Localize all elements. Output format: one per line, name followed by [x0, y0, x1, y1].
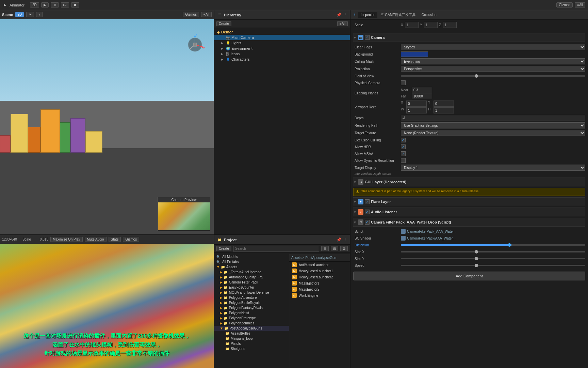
camera-component-header[interactable]: ▼ 📷 Camera — [353, 33, 585, 42]
near-input[interactable] — [412, 87, 432, 93]
background-color-swatch[interactable] — [401, 51, 428, 57]
physical-camera-checkbox[interactable] — [401, 80, 406, 85]
target-display-dropdown[interactable]: Display 1 — [401, 165, 585, 171]
project-create-btn[interactable]: Create — [216, 246, 231, 251]
scene-light-btn[interactable]: ☀ — [26, 12, 34, 17]
asset-mass1[interactable]: M MassEjector1 — [289, 280, 350, 286]
assault-rifles-folder[interactable]: 📁 AssaultRifles — [214, 331, 289, 336]
allow-msaa-checkbox[interactable] — [401, 151, 406, 156]
vp-w-input[interactable] — [406, 107, 427, 113]
camera-enabled-checkbox[interactable] — [365, 35, 370, 40]
easy-fps-folder[interactable]: ▶ 📁 EasyFpsCounter — [214, 285, 289, 290]
play-button[interactable]: ▶ — [41, 2, 49, 7]
asset-heavy2[interactable]: M HeavyLaserLauncher2 — [289, 274, 350, 280]
auto-quality-folder[interactable]: ▶ 📁 Automatic Quality FPS — [214, 275, 289, 280]
maximize-on-play-btn[interactable]: Maximize On Play — [50, 237, 83, 242]
projection-dropdown[interactable]: Perspective — [401, 66, 585, 72]
gizmos-button[interactable]: Gizmos — [556, 2, 573, 7]
audio-listener-header[interactable]: ▼ ♪ Audio Listener — [353, 208, 585, 216]
mute-audio-btn[interactable]: Mute Audio — [85, 237, 107, 242]
all-prefabs-folder[interactable]: 🔍 All Prefabs — [214, 259, 289, 264]
hierarchy-item-environment[interactable]: ▶ 🌍 Environment — [214, 46, 350, 51]
record-button[interactable]: ⏺ — [71, 2, 79, 7]
culling-mask-dropdown[interactable]: Everything — [401, 58, 585, 64]
tab-inspector[interactable]: Inspector — [358, 12, 377, 18]
far-input[interactable] — [412, 93, 432, 99]
project-search-input[interactable] — [233, 246, 319, 252]
scene-canvas[interactable]: Y X Camera Preview — [0, 19, 214, 234]
terrain-folder[interactable]: ▶ 📁 _TerrainAutoUpgrade — [214, 270, 289, 275]
folder-label: Shotguns — [231, 347, 245, 351]
distortion-slider[interactable] — [401, 244, 585, 246]
scene-all-btn[interactable]: ≡All — [201, 12, 212, 17]
add-component-button[interactable]: Add Component — [353, 272, 585, 280]
speed-slider[interactable] — [401, 265, 585, 266]
project-btn2[interactable]: ⊟ — [331, 246, 338, 251]
hierarchy-item-main-camera[interactable]: 📷 Main Camera — [214, 35, 350, 40]
vp-h-input[interactable] — [434, 107, 454, 113]
rendering-path-dropdown[interactable]: Use Graphics Settings — [401, 122, 585, 128]
post-apocalypse-folder[interactable]: ▼ 📁 PostApocalypseGuns — [214, 326, 289, 331]
occlusion-culling-checkbox[interactable] — [401, 138, 406, 142]
scale-z-input[interactable] — [443, 22, 457, 28]
asset-heavy1[interactable]: M HeavyLaserLauncher1 — [289, 268, 350, 274]
stats-btn[interactable]: Stats — [109, 237, 121, 242]
hierarchy-scene[interactable]: ◆ Demo* — [214, 29, 350, 35]
polygon-adventure-folder[interactable]: ▶ 📁 PolygonAdventure — [214, 295, 289, 300]
camera-filter-folder[interactable]: ▶ 📁 Camera Filter Pack — [214, 280, 289, 285]
size-x-slider[interactable] — [401, 251, 585, 252]
step-button[interactable]: ⏭ — [61, 2, 69, 7]
hierarchy-item-label: Lights — [231, 41, 241, 45]
scale-y-input[interactable] — [424, 22, 438, 28]
pistols-folder[interactable]: 📁 Pistols — [214, 341, 289, 346]
depth-input[interactable] — [401, 115, 585, 121]
tab-y1game[interactable]: Y1GAME游戏开发工具 — [378, 12, 418, 18]
camera-filter-header[interactable]: ▼ C Camera Filter Pack_AAA_Water Drop (S… — [353, 218, 585, 227]
hierarchy-item-characters[interactable]: ▶ 👤 Characters — [214, 57, 350, 62]
miniguns-folder[interactable]: 📁 Miniguns_loop — [214, 336, 289, 341]
script-label: Script — [353, 230, 401, 233]
allow-hdr-checkbox[interactable] — [401, 144, 406, 149]
asset-mass2[interactable]: M MassEjector2 — [289, 286, 350, 292]
gizmos-game-btn[interactable]: Gizmos — [123, 237, 139, 242]
camera-filter-checkbox[interactable] — [365, 220, 370, 225]
all-models-folder[interactable]: 🔍 All Models — [214, 254, 289, 259]
scene-audio-btn[interactable]: ♪ — [36, 12, 43, 17]
scale-x-input[interactable] — [405, 22, 419, 28]
polygon-prototype-folder[interactable]: ▶ 📁 PolygonPrototype — [214, 316, 289, 321]
clear-flags-dropdown[interactable]: Skybox — [401, 44, 585, 50]
depth-row: Depth — [353, 114, 585, 122]
pause-button[interactable]: ⏸ — [51, 2, 59, 7]
project-btn3[interactable]: ⊠ — [340, 246, 348, 251]
audio-listener-checkbox[interactable] — [365, 210, 370, 214]
target-texture-dropdown[interactable]: None (Render Texture) — [401, 130, 585, 136]
all-button[interactable]: ≡All — [575, 2, 585, 7]
moba-folder[interactable]: ▶ 📁 MOBA and Tower Defense — [214, 290, 289, 295]
hierarchy-create-btn[interactable]: Create — [216, 21, 231, 26]
scene-gizmos-btn[interactable]: Gizmos — [183, 12, 199, 17]
scene-2d-btn[interactable]: 2D — [15, 12, 24, 17]
polygon-zombies-folder[interactable]: ▶ 📁 PolygonZombies — [214, 321, 289, 326]
assets-folder[interactable]: ▼ 📁 Assets — [214, 264, 289, 270]
asset-antimatter[interactable]: M AntiMatterLauncher — [289, 262, 350, 268]
hierarchy-item-icons[interactable]: ▶ 🖼 Icons — [214, 51, 350, 57]
polygon-fantasy-folder[interactable]: ▶ 📁 PolygonFantasyRivals — [214, 305, 289, 310]
flare-layer-checkbox[interactable] — [365, 199, 370, 204]
polygon-heist-folder[interactable]: ▶ 📁 PolygonHeist — [214, 310, 289, 316]
tab-occlusion[interactable]: Occlusion — [419, 12, 439, 18]
allow-dynamic-res-checkbox[interactable] — [401, 158, 406, 163]
vp-x-input[interactable] — [406, 101, 427, 107]
vp-y-input[interactable] — [434, 101, 454, 107]
project-btn1[interactable]: ⊞ — [321, 246, 329, 251]
polygon-battle-folder[interactable]: ▶ 📁 PolygonBattleRoyale — [214, 300, 289, 305]
game-canvas[interactable]: 这个是一套对场景进行渲染的插件，里面内置了200多种摄像机效果， 涵盖了在水中的… — [0, 244, 214, 368]
hierarchy-all-btn[interactable]: ≡All — [337, 21, 348, 26]
flare-layer-header[interactable]: ▼ ✦ Flare Layer — [353, 197, 585, 206]
shotguns-folder[interactable]: 📁 Shotguns — [214, 346, 289, 351]
gui-layer-header[interactable]: ▼ G GUI Layer (Deprecated) — [353, 178, 585, 186]
mode-2d-button[interactable]: 2D — [30, 2, 39, 7]
hierarchy-item-lights[interactable]: ▶ 💡 Lights — [214, 40, 350, 46]
asset-worldengine[interactable]: M WorldEngine — [289, 292, 350, 298]
size-y-slider[interactable] — [401, 258, 585, 259]
fov-slider[interactable] — [401, 75, 585, 77]
